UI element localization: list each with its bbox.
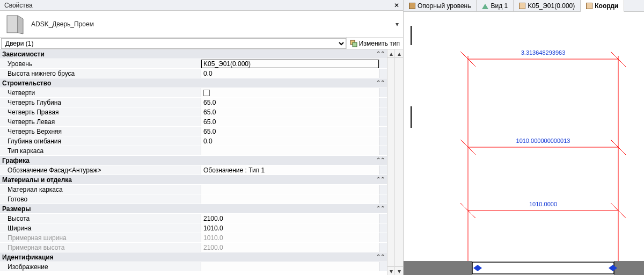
- property-label: Четверть Левая: [0, 117, 201, 126]
- svg-rect-17: [404, 261, 472, 275]
- property-label: Примерная высота: [0, 243, 201, 252]
- property-row[interactable]: Ширина1010.0: [0, 223, 387, 233]
- property-row[interactable]: Тип каркаса: [0, 146, 387, 156]
- property-value[interactable]: 1010.0: [201, 223, 379, 233]
- row-cap: [379, 127, 387, 136]
- property-row[interactable]: Готово: [0, 194, 387, 204]
- property-label: Материал каркаса: [0, 185, 201, 194]
- property-row[interactable]: Четверть Правая65.0: [0, 107, 387, 117]
- viewport[interactable]: 3.313648293963 1010.000000000013 1010.00…: [404, 12, 644, 275]
- property-label: Тип каркаса: [0, 146, 201, 155]
- property-value[interactable]: 65.0: [201, 98, 379, 107]
- group-header[interactable]: Строительство⌃⌃: [0, 78, 387, 88]
- type-selector[interactable]: ADSK_Дверь_Проем ▾: [0, 11, 403, 38]
- scroll-track[interactable]: [395, 58, 403, 266]
- property-row[interactable]: Примерная высота2100.0: [0, 243, 387, 252]
- property-value[interactable]: K05_Э01(0.000): [201, 59, 379, 68]
- properties-pane: Свойства ✕ ADSK_Дверь_Проем ▾ Двери (1) …: [0, 0, 404, 275]
- property-value[interactable]: 65.0: [201, 117, 379, 126]
- row-cap: [379, 185, 387, 194]
- property-row[interactable]: УровеньK05_Э01(0.000): [0, 59, 387, 69]
- type-name: ADSK_Дверь_Проем: [31, 20, 393, 28]
- property-value[interactable]: Обозначение : Тип 1: [201, 165, 379, 175]
- property-value[interactable]: [201, 88, 379, 97]
- property-value[interactable]: [201, 262, 379, 271]
- property-row[interactable]: Четверть Верхняя65.0: [0, 127, 387, 136]
- sheet-icon: [519, 3, 525, 9]
- scroll-up-icon[interactable]: ▴: [395, 49, 403, 58]
- collapse-icon: ⌃⌃: [376, 79, 385, 85]
- property-label: Высота: [0, 214, 201, 223]
- row-cap: [379, 69, 387, 78]
- collapse-icon: ⌃⌃: [376, 205, 385, 211]
- row-cap: [379, 59, 387, 68]
- properties-grid: Зависимости⌃⌃УровеньK05_Э01(0.000)Высота…: [0, 49, 403, 275]
- edit-type-button[interactable]: Изменить тип: [346, 38, 403, 49]
- property-row[interactable]: Четверть Левая65.0: [0, 117, 387, 127]
- row-cap: [379, 146, 387, 155]
- property-value[interactable]: 0.0: [201, 136, 379, 146]
- view-tab[interactable]: Опорный уровень: [404, 0, 477, 11]
- property-row[interactable]: Высота нижнего бруса0.0: [0, 69, 387, 78]
- group-header[interactable]: Размеры⌃⌃: [0, 204, 387, 214]
- tab-label: Вид 1: [491, 2, 508, 10]
- chevron-down-icon[interactable]: ▾: [393, 20, 401, 28]
- property-value[interactable]: 0.0: [201, 69, 379, 78]
- property-row[interactable]: Примерная ширина1010.0: [0, 233, 387, 243]
- group-header[interactable]: Графика⌃⌃: [0, 156, 387, 165]
- property-value[interactable]: 65.0: [201, 107, 379, 117]
- dimension-value: 1010.0000: [529, 201, 557, 207]
- property-row[interactable]: Обозначение Фасад<Антураж>Обозначение : …: [0, 165, 387, 175]
- viewport-pane: Опорный уровеньВид 1K05_Э01(0.000)Коорди…: [404, 0, 644, 275]
- collapse-icon: ⌃⌃: [376, 157, 385, 163]
- svg-rect-18: [614, 261, 644, 275]
- plan-icon: [409, 3, 415, 9]
- door-thumbnail-icon: [2, 12, 28, 36]
- selection-dropdown[interactable]: Двери (1): [1, 38, 346, 49]
- svg-rect-0: [7, 16, 18, 33]
- property-row[interactable]: Изображение: [0, 262, 387, 272]
- row-cap: [379, 136, 387, 146]
- checkbox[interactable]: [203, 90, 210, 96]
- sheet-icon: [586, 3, 592, 9]
- property-value[interactable]: 2100.0: [201, 243, 379, 252]
- property-label: Обозначение Фасад<Антураж>: [0, 165, 201, 175]
- group-header[interactable]: Идентификация⌃⌃: [0, 252, 387, 262]
- scroll-down-icon[interactable]: ▾: [387, 266, 394, 275]
- property-value[interactable]: 2100.0: [201, 214, 379, 223]
- svg-marker-1: [18, 16, 23, 34]
- property-row[interactable]: Четверти: [0, 88, 387, 98]
- row-cap: [379, 262, 387, 271]
- row-cap: [379, 243, 387, 252]
- property-label: Четверти: [0, 88, 201, 97]
- svg-rect-3: [353, 42, 357, 47]
- view-tab[interactable]: Коорди: [581, 0, 624, 12]
- scroll-up-icon[interactable]: ▴: [387, 49, 394, 58]
- view-tabs: Опорный уровеньВид 1K05_Э01(0.000)Коорди: [404, 0, 644, 12]
- row-cap: [379, 117, 387, 126]
- row-cap: [379, 194, 387, 204]
- property-row[interactable]: Четверть Глубина65.0: [0, 98, 387, 107]
- dimension-value: 1010.000000000013: [516, 138, 570, 144]
- inner-scrollbar[interactable]: ▴ ▾: [387, 49, 394, 275]
- property-value[interactable]: 1010.0: [201, 233, 379, 242]
- scroll-track[interactable]: [387, 58, 394, 266]
- property-row[interactable]: Материал каркаса: [0, 185, 387, 194]
- property-value[interactable]: [201, 146, 379, 155]
- view-tab[interactable]: Вид 1: [477, 0, 514, 11]
- group-header[interactable]: Зависимости⌃⌃: [0, 49, 387, 59]
- property-value[interactable]: [201, 185, 379, 194]
- property-row[interactable]: Глубина огибания0.0: [0, 136, 387, 146]
- property-label: Высота нижнего бруса: [0, 69, 201, 78]
- group-header[interactable]: Материалы и отделка⌃⌃: [0, 175, 387, 185]
- panel-close-button[interactable]: ✕: [392, 2, 401, 9]
- property-value[interactable]: 65.0: [201, 127, 379, 136]
- property-value[interactable]: [201, 194, 379, 204]
- view-tab[interactable]: K05_Э01(0.000): [514, 0, 581, 11]
- outer-scrollbar[interactable]: ▴ ▾: [394, 49, 403, 275]
- scroll-down-icon[interactable]: ▾: [395, 266, 403, 275]
- edit-type-label: Изменить тип: [359, 40, 400, 47]
- row-cap: [379, 88, 387, 97]
- row-cap: [379, 107, 387, 117]
- property-row[interactable]: Высота2100.0: [0, 214, 387, 223]
